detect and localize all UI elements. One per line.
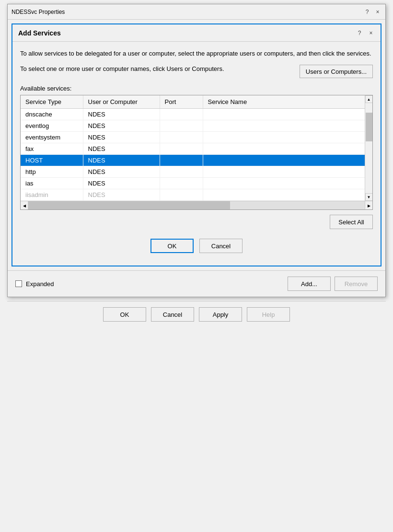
col-header-service-name: Service Name: [203, 95, 365, 109]
h-scroll-track[interactable]: [28, 201, 365, 209]
cell-port: [160, 166, 203, 178]
cell-service-type: HOST: [21, 155, 83, 166]
cell-user-computer: NDES: [83, 143, 160, 155]
scroll-right-arrow[interactable]: ▶: [365, 201, 372, 210]
add-button[interactable]: Add...: [288, 277, 331, 291]
cell-user-computer: NDES: [83, 189, 160, 201]
cell-port: [160, 120, 203, 132]
table-row[interactable]: http NDES: [21, 166, 365, 178]
cell-port: [160, 155, 203, 166]
cell-service-name: [203, 132, 365, 143]
outer-window: NDESSvc Properties ? × Add Services ? × …: [7, 4, 386, 297]
remove-button[interactable]: Remove: [335, 277, 378, 291]
cell-user-computer: NDES: [83, 120, 160, 132]
outer-window-title: NDESSvc Properties: [12, 9, 65, 15]
cell-service-type: iisadmin: [21, 189, 83, 201]
select-all-row: Select All: [20, 215, 373, 229]
cancel-button[interactable]: Cancel: [199, 239, 243, 253]
cell-port: [160, 109, 203, 120]
inner-close-button[interactable]: ×: [367, 29, 375, 37]
scroll-thumb[interactable]: [366, 113, 372, 141]
col-header-user-computer: User or Computer: [83, 95, 160, 109]
services-table: Service Type User or Computer Port Servi…: [21, 95, 365, 201]
col-header-service-type: Service Type: [21, 95, 83, 109]
users-description: To select one or more user or computer n…: [20, 65, 300, 73]
table-body: dnscache NDES eventlog NDES: [21, 109, 365, 201]
cell-port: [160, 189, 203, 201]
table-row[interactable]: eventlog NDES: [21, 120, 365, 132]
bottom-bar: OK Cancel Apply Help: [7, 301, 386, 327]
inner-help-button[interactable]: ?: [356, 29, 363, 37]
table-row[interactable]: fax NDES: [21, 143, 365, 155]
table-header-row: Service Type User or Computer Port Servi…: [21, 95, 365, 109]
users-row: To select one or more user or computer n…: [20, 65, 373, 78]
cell-service-type: http: [21, 166, 83, 178]
cell-port: [160, 178, 203, 189]
scroll-down-arrow[interactable]: ▼: [365, 193, 373, 201]
cell-user-computer: NDES: [83, 166, 160, 178]
outer-titlebar: NDESSvc Properties ? ×: [8, 4, 385, 20]
table-row[interactable]: dnscache NDES: [21, 109, 365, 120]
scroll-left-arrow[interactable]: ◀: [21, 201, 28, 210]
outer-close-button[interactable]: ×: [374, 8, 381, 16]
select-all-button[interactable]: Select All: [330, 215, 373, 229]
scroll-up-arrow[interactable]: ▲: [365, 95, 373, 103]
cell-user-computer: NDES: [83, 155, 160, 166]
h-scroll-thumb[interactable]: [28, 201, 230, 209]
table-row[interactable]: HOST NDES: [21, 155, 365, 166]
inner-titlebar-buttons: ? ×: [356, 29, 375, 37]
table-row[interactable]: iisadmin NDES: [21, 189, 365, 201]
table-inner: Service Type User or Computer Port Servi…: [21, 95, 365, 201]
inner-dialog: Add Services ? × To allow services to be…: [12, 23, 381, 266]
cell-service-name: [203, 143, 365, 155]
cell-service-type: eventlog: [21, 120, 83, 132]
cell-service-name: [203, 189, 365, 201]
ok-button[interactable]: OK: [150, 239, 194, 253]
bottom-ok-button[interactable]: OK: [103, 307, 146, 322]
col-header-port: Port: [160, 95, 203, 109]
expanded-checkbox[interactable]: [15, 280, 22, 287]
cell-service-name: [203, 120, 365, 132]
bottom-help-button[interactable]: Help: [247, 307, 290, 322]
cell-service-name: [203, 109, 365, 120]
cell-service-type: eventsystem: [21, 132, 83, 143]
outer-titlebar-buttons: ? ×: [363, 8, 381, 16]
outer-footer: Expanded Add... Remove: [8, 270, 385, 297]
cell-port: [160, 132, 203, 143]
inner-dialog-title: Add Services: [18, 29, 61, 37]
available-services-label: Available services:: [20, 85, 373, 92]
cell-service-type: fax: [21, 143, 83, 155]
outer-help-button[interactable]: ?: [363, 8, 371, 16]
main-description: To allow services to be delegated for a …: [20, 49, 373, 58]
users-or-computers-button[interactable]: Users or Computers...: [300, 65, 373, 78]
cell-service-name: [203, 178, 365, 189]
table-wrapper: Service Type User or Computer Port Servi…: [21, 95, 372, 201]
bottom-cancel-button[interactable]: Cancel: [151, 307, 194, 322]
horizontal-scrollbar[interactable]: ◀ ▶: [21, 201, 372, 209]
services-table-container: Service Type User or Computer Port Servi…: [20, 95, 373, 210]
expanded-row: Expanded: [15, 280, 54, 288]
table-row[interactable]: ias NDES: [21, 178, 365, 189]
bottom-apply-button[interactable]: Apply: [199, 307, 242, 322]
cell-service-name: [203, 155, 365, 166]
vertical-scrollbar[interactable]: ▲ ▼: [365, 95, 372, 201]
cell-port: [160, 143, 203, 155]
dialog-content: To allow services to be delegated for a …: [12, 42, 381, 266]
dialog-footer: OK Cancel: [20, 239, 373, 253]
cell-user-computer: NDES: [83, 178, 160, 189]
cell-user-computer: NDES: [83, 132, 160, 143]
cell-user-computer: NDES: [83, 109, 160, 120]
inner-titlebar: Add Services ? ×: [12, 24, 381, 42]
outer-action-buttons: Add... Remove: [288, 277, 378, 291]
table-row[interactable]: eventsystem NDES: [21, 132, 365, 143]
cell-service-type: dnscache: [21, 109, 83, 120]
cell-service-type: ias: [21, 178, 83, 189]
cell-service-name: [203, 166, 365, 178]
expanded-label: Expanded: [26, 280, 54, 288]
